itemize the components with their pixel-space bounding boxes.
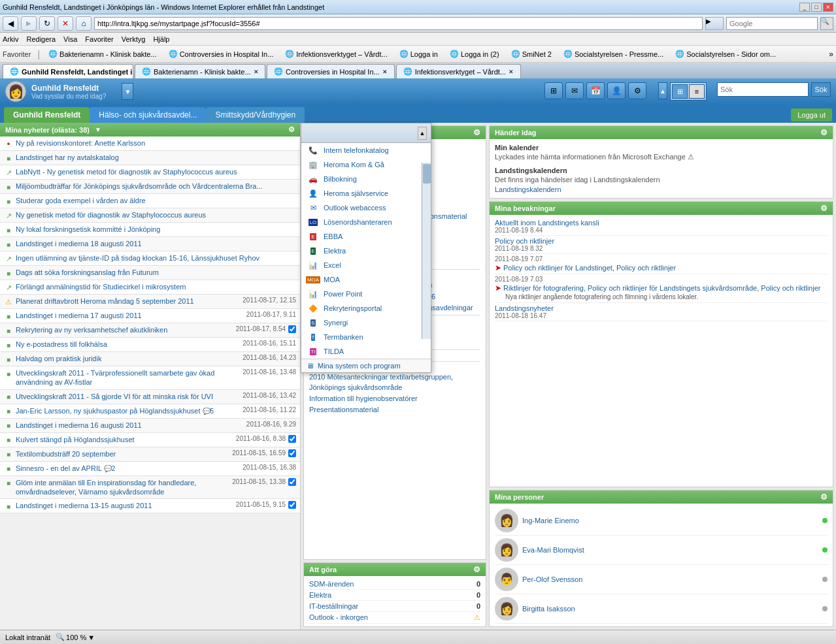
person-name-3[interactable]: Birgitta Isaksson <box>522 605 575 613</box>
forward-btn[interactable]: ▶ <box>21 16 37 31</box>
todo-elektra[interactable]: Elektra 0 <box>309 590 480 601</box>
news-checkbox4[interactable] <box>288 478 296 486</box>
dd-item-bil[interactable]: 🚗 Bilbokning <box>301 172 431 186</box>
fav-infektions[interactable]: 🌐 Infektionsverktyget – Vårdt... <box>280 48 392 60</box>
link-2010motes[interactable]: 2010 Mötesanteckningar textilarbetsgrupp… <box>309 372 480 393</box>
bevakning-title-4[interactable]: Landstingsnyheter <box>495 304 828 312</box>
dd-item-ppt[interactable]: 📊 Power Point <box>301 287 431 301</box>
dd-item-excel[interactable]: 📊 Excel <box>301 258 431 272</box>
news-item-text[interactable]: Landstinget i medierna 13-15 augusti 201… <box>16 501 231 510</box>
news-item-text[interactable]: Halvdag om praktisk juridik <box>16 354 237 363</box>
news-item-text[interactable]: Förlängd anmälningstid för Studiecirkel … <box>16 282 296 291</box>
link-pres[interactable]: Presentationsmaterial <box>309 404 480 415</box>
dd-item-elektra[interactable]: E Elektra <box>301 244 431 258</box>
news-checkbox5[interactable] <box>288 501 296 509</box>
tool-btn-5[interactable]: ⚙ <box>628 82 646 99</box>
dd-item-term[interactable]: T Termbanken <box>301 330 431 344</box>
person-name-0[interactable]: Ing-Marie Einemo <box>522 517 579 524</box>
go-btn[interactable]: ▶ <box>705 17 724 30</box>
tab-1[interactable]: 🌐 Bakterienamn - Klinisk bakte... ✕ <box>135 64 265 78</box>
zoom-control[interactable]: 🔍 100 % ▼ <box>56 633 95 641</box>
dd-footer[interactable]: 🖥 Mina system och program <box>301 359 431 372</box>
search-input[interactable] <box>726 17 818 30</box>
news-gear-icon[interactable]: ⚙ <box>288 125 295 134</box>
user-dropdown-btn[interactable]: ▼ <box>122 83 133 100</box>
dd-item-outlook[interactable]: ✉ Outlook webaccess <box>301 201 431 215</box>
news-item-text[interactable]: Ny e-postadress till folkhälsa <box>16 340 237 349</box>
news-item-text[interactable]: Ny genetisk metod för diagnostik av Stap… <box>16 210 296 219</box>
news-item-text[interactable]: Textilombudsträff 20 september <box>16 449 227 459</box>
stop-btn[interactable]: ✕ <box>58 16 73 31</box>
nav-tab-halso[interactable]: Hälso- och sjukvårdsavdel... <box>90 107 206 123</box>
dd-item-rekr[interactable]: 🔶 Rekryteringsportal <box>301 301 431 315</box>
todo-it[interactable]: IT-beställningar 0 <box>309 601 480 612</box>
fav-sminet[interactable]: 🌐 SmiNet 2 <box>507 48 556 60</box>
dd-item-ebba[interactable]: E EBBA <box>301 229 431 244</box>
news-dropdown-icon[interactable]: ▼ <box>95 126 101 133</box>
address-input[interactable] <box>94 17 703 30</box>
nav-tab-smitt[interactable]: Smittskydd/Vårdhygien <box>206 107 305 123</box>
news-item-text[interactable]: Landstinget i medierna 18 augusti 2011 <box>16 239 296 248</box>
tab-close-3[interactable]: ✕ <box>509 69 514 75</box>
tool-btn-3[interactable]: 📅 <box>586 82 605 99</box>
menu-arkiv[interactable]: Arkiv <box>3 35 18 43</box>
favbar-more-btn[interactable]: » <box>829 50 833 59</box>
fav-socialstyrelsen1[interactable]: 🌐 Socialstyrelsen - Pressme... <box>559 48 668 60</box>
nav-tab-gunhild[interactable]: Gunhild Rensfeldt <box>4 107 90 123</box>
mina-lankar-gear[interactable]: ⚙ <box>473 128 480 137</box>
fav-controversies[interactable]: 🌐 Controversies in Hospital In... <box>164 48 278 60</box>
news-item-text[interactable]: Kulvert stängd på Höglandssjukhuset <box>16 435 231 444</box>
user-search-input[interactable] <box>717 82 809 97</box>
zoom-dropdown[interactable]: ▼ <box>88 634 95 641</box>
tab-close-2[interactable]: ✕ <box>382 69 388 75</box>
bevakningar-gear[interactable]: ⚙ <box>820 204 828 213</box>
tab-active[interactable]: 🌐 Gunhild Rensfeldt, Landstinget i Jönkö… <box>3 64 133 78</box>
tool-btn-4[interactable]: 👤 <box>607 82 626 99</box>
view-btn-1[interactable]: ⊞ <box>672 84 688 99</box>
menu-visa[interactable]: Visa <box>63 35 77 43</box>
dd-scroll-up[interactable]: ▲ <box>418 127 427 140</box>
logout-btn[interactable]: Logga ut <box>791 108 832 121</box>
bevakning-title-0[interactable]: Aktuellt inom Landstingets kansli <box>495 219 828 227</box>
refresh-btn[interactable]: ↻ <box>39 16 55 31</box>
news-item-text[interactable]: Planerat driftavbrott Heroma måndag 5 se… <box>16 297 237 306</box>
news-item-text[interactable]: Landstinget i medierna 16 augusti 2011 <box>16 421 241 430</box>
news-item-text[interactable]: Ingen utlämning av tjänste-ID på tisdag … <box>16 253 296 263</box>
menu-favoriter[interactable]: Favoriter <box>85 35 113 43</box>
dropdown-scrollbar-thumb[interactable] <box>423 164 431 184</box>
news-item-text[interactable]: Utvecklingskraft 2011 - Tvärprofessionel… <box>16 368 237 387</box>
todo-outlook[interactable]: Outlook - inkorgen ⚠ <box>309 612 480 624</box>
view-btn-2[interactable]: ≡ <box>689 84 705 99</box>
news-checkbox3[interactable] <box>288 449 296 457</box>
dd-item-syn[interactable]: S Synergi <box>301 315 431 330</box>
news-item-text[interactable]: Glöm inte anmälan till En inspirationsda… <box>16 478 227 497</box>
menu-redigera[interactable]: Redigera <box>26 35 56 43</box>
search-go-btn[interactable]: 🔍 <box>820 17 833 30</box>
dd-item-heroma2[interactable]: 👤 Heroma självservice <box>301 186 431 201</box>
news-item-text[interactable]: Rekrytering av ny verksamhetschef akutkl… <box>16 325 231 334</box>
bevakning-title-1[interactable]: Policy och riktlinjer <box>495 237 828 245</box>
dd-item-telefon[interactable]: 📞 Intern telefonkatalog <box>301 143 431 157</box>
news-checkbox2[interactable] <box>288 435 296 443</box>
bevakning-title-2[interactable]: Policy och riktlinjer för Landstinget, P… <box>503 264 676 272</box>
hander-idag-gear[interactable]: ⚙ <box>820 128 828 137</box>
news-checkbox[interactable] <box>288 325 296 333</box>
fav-bakterienamn[interactable]: 🌐 Bakterienamn - Klinisk bakte... <box>44 48 161 60</box>
news-item-text[interactable]: Sinnesro - en del av APRIL 💬2 <box>16 464 237 473</box>
news-item-text[interactable]: Landstinget har ny avtalskatalog <box>16 153 296 162</box>
dd-item-tilda[interactable]: TI TILDA <box>301 344 431 359</box>
mina-personer-gear[interactable]: ⚙ <box>820 492 828 502</box>
close-btn[interactable]: ✕ <box>823 3 833 12</box>
news-item-text[interactable]: Landstinget i medierna 17 augusti 2011 <box>16 311 241 320</box>
todo-sdm[interactable]: SDM-ärenden 0 <box>309 579 480 590</box>
dd-item-losenord[interactable]: LO Lösenordshanteraren <box>301 215 431 229</box>
news-item-text[interactable]: Dags att söka forskningsanslag från Futu… <box>16 268 296 277</box>
user-search-go[interactable]: Sök <box>811 82 831 97</box>
bevakning-title-3[interactable]: Riktlinjer för fotografering, Policy och… <box>503 284 820 292</box>
news-item-text[interactable]: Studerar goda exempel i vården av äldre <box>16 196 296 205</box>
back-btn[interactable]: ◀ <box>3 16 18 31</box>
dropdown-scrollbar[interactable] <box>422 163 431 339</box>
link-hygien2[interactable]: Information till hygienobservatörer <box>309 393 480 404</box>
minimize-btn[interactable]: _ <box>799 3 810 12</box>
tool-btn-1[interactable]: ⊞ <box>544 82 563 99</box>
